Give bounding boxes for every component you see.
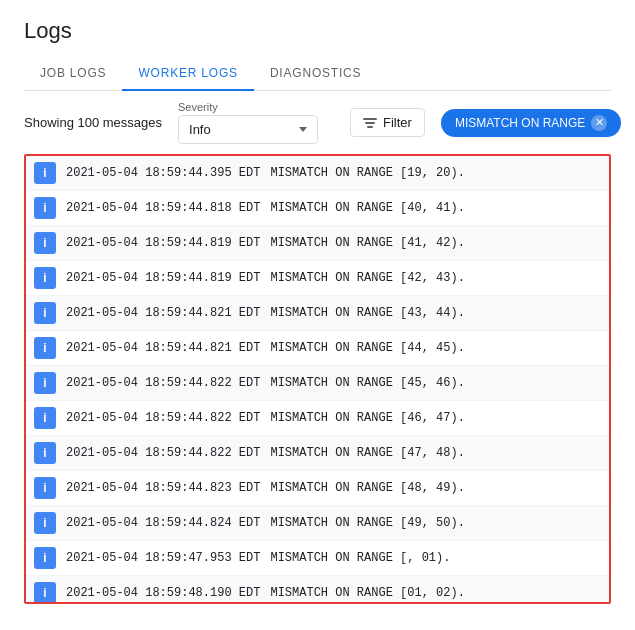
log-row[interactable]: i2021-05-04 18:59:44.824 EDTMISMATCH ON … [26,506,609,541]
log-message: MISMATCH ON RANGE [47, 48). [270,446,464,460]
severity-value: Info [189,122,211,137]
log-message: MISMATCH ON RANGE [45, 46). [270,376,464,390]
severity-select[interactable]: Info [178,115,318,144]
log-timestamp: 2021-05-04 18:59:44.395 EDT [66,166,260,180]
log-row[interactable]: i2021-05-04 18:59:44.823 EDTMISMATCH ON … [26,471,609,506]
log-timestamp: 2021-05-04 18:59:44.818 EDT [66,201,260,215]
info-badge: i [34,582,56,604]
log-row[interactable]: i2021-05-04 18:59:44.822 EDTMISMATCH ON … [26,366,609,401]
log-timestamp: 2021-05-04 18:59:44.819 EDT [66,271,260,285]
page-title: Logs [24,18,611,44]
info-badge: i [34,337,56,359]
tab-job-logs[interactable]: JOB LOGS [24,56,122,90]
close-icon[interactable]: ✕ [591,115,607,131]
log-message: MISMATCH ON RANGE [44, 45). [270,341,464,355]
log-row[interactable]: i2021-05-04 18:59:44.395 EDTMISMATCH ON … [26,156,609,191]
tab-bar: JOB LOGS WORKER LOGS DIAGNOSTICS [24,56,611,91]
log-message: MISMATCH ON RANGE [49, 50). [270,516,464,530]
log-row[interactable]: i2021-05-04 18:59:47.953 EDTMISMATCH ON … [26,541,609,576]
info-badge: i [34,302,56,324]
log-message: MISMATCH ON RANGE [48, 49). [270,481,464,495]
log-timestamp: 2021-05-04 18:59:44.823 EDT [66,481,260,495]
log-timestamp: 2021-05-04 18:59:44.819 EDT [66,236,260,250]
info-badge: i [34,512,56,534]
log-row[interactable]: i2021-05-04 18:59:44.821 EDTMISMATCH ON … [26,296,609,331]
filter-label: Filter [383,115,412,130]
info-badge: i [34,477,56,499]
info-badge: i [34,232,56,254]
log-row[interactable]: i2021-05-04 18:59:44.818 EDTMISMATCH ON … [26,191,609,226]
toolbar: Showing 100 messages Severity Info Filte… [0,91,635,154]
log-container: i2021-05-04 18:59:44.395 EDTMISMATCH ON … [24,154,611,604]
mismatch-badge-label: MISMATCH ON RANGE [455,116,585,130]
log-row[interactable]: i2021-05-04 18:59:48.190 EDTMISMATCH ON … [26,576,609,604]
severity-label: Severity [178,101,318,113]
log-message: MISMATCH ON RANGE [40, 41). [270,201,464,215]
log-message: MISMATCH ON RANGE [43, 44). [270,306,464,320]
info-badge: i [34,442,56,464]
log-message: MISMATCH ON RANGE [46, 47). [270,411,464,425]
close-x: ✕ [595,116,604,129]
filter-button[interactable]: Filter [350,108,425,137]
tab-worker-logs[interactable]: WORKER LOGS [122,56,253,90]
mismatch-badge[interactable]: MISMATCH ON RANGE ✕ [441,109,621,137]
log-row[interactable]: i2021-05-04 18:59:44.822 EDTMISMATCH ON … [26,401,609,436]
severity-group: Severity Info [178,101,318,144]
log-timestamp: 2021-05-04 18:59:44.824 EDT [66,516,260,530]
info-badge: i [34,267,56,289]
log-timestamp: 2021-05-04 18:59:44.821 EDT [66,306,260,320]
log-row[interactable]: i2021-05-04 18:59:44.819 EDTMISMATCH ON … [26,226,609,261]
log-timestamp: 2021-05-04 18:59:44.822 EDT [66,376,260,390]
log-message: MISMATCH ON RANGE [01, 02). [270,586,464,600]
log-timestamp: 2021-05-04 18:59:44.822 EDT [66,411,260,425]
showing-count: Showing 100 messages [24,115,162,130]
log-row[interactable]: i2021-05-04 18:59:44.819 EDTMISMATCH ON … [26,261,609,296]
log-message: MISMATCH ON RANGE [19, 20). [270,166,464,180]
log-timestamp: 2021-05-04 18:59:48.190 EDT [66,586,260,600]
info-badge: i [34,162,56,184]
log-message: MISMATCH ON RANGE [41, 42). [270,236,464,250]
info-badge: i [34,372,56,394]
filter-icon [363,118,377,128]
log-timestamp: 2021-05-04 18:59:47.953 EDT [66,551,260,565]
info-badge: i [34,547,56,569]
log-message: MISMATCH ON RANGE [42, 43). [270,271,464,285]
page-header: Logs JOB LOGS WORKER LOGS DIAGNOSTICS [0,0,635,91]
tab-diagnostics[interactable]: DIAGNOSTICS [254,56,377,90]
log-row[interactable]: i2021-05-04 18:59:44.821 EDTMISMATCH ON … [26,331,609,366]
log-row[interactable]: i2021-05-04 18:59:44.822 EDTMISMATCH ON … [26,436,609,471]
info-badge: i [34,407,56,429]
log-message: MISMATCH ON RANGE [, 01). [270,551,450,565]
log-timestamp: 2021-05-04 18:59:44.821 EDT [66,341,260,355]
chevron-down-icon [299,127,307,132]
info-badge: i [34,197,56,219]
log-timestamp: 2021-05-04 18:59:44.822 EDT [66,446,260,460]
